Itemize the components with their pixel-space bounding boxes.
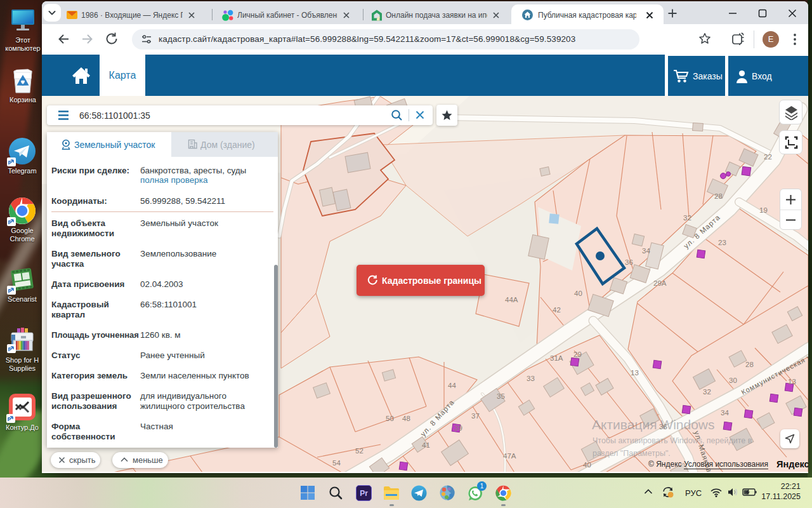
svg-text:32: 32 <box>703 388 711 396</box>
svg-text:32: 32 <box>683 214 691 222</box>
svg-text:40: 40 <box>583 461 591 469</box>
svg-text:35: 35 <box>497 392 505 400</box>
svg-text:34: 34 <box>721 409 729 417</box>
svg-text:23: 23 <box>718 239 726 246</box>
svg-text:42: 42 <box>553 306 561 314</box>
svg-text:22: 22 <box>764 153 772 161</box>
svg-text:34: 34 <box>642 247 650 255</box>
svg-text:41: 41 <box>422 441 430 449</box>
svg-text:30: 30 <box>729 377 737 384</box>
svg-text:36: 36 <box>625 258 633 266</box>
svg-text:39: 39 <box>454 424 462 432</box>
svg-text:28: 28 <box>714 192 723 200</box>
svg-text:44А: 44А <box>505 296 518 304</box>
svg-text:13: 13 <box>788 378 796 385</box>
svg-text:37: 37 <box>471 412 480 420</box>
svg-text:40: 40 <box>574 290 582 297</box>
svg-text:31А: 31А <box>550 354 563 362</box>
svg-text:29: 29 <box>573 351 582 358</box>
svg-text:50: 50 <box>386 415 394 422</box>
svg-text:13: 13 <box>631 369 639 377</box>
svg-text:52: 52 <box>355 447 363 455</box>
svg-text:19: 19 <box>759 206 768 214</box>
svg-text:47А: 47А <box>503 452 516 460</box>
svg-text:44: 44 <box>448 382 456 389</box>
svg-text:33: 33 <box>527 375 535 382</box>
svg-text:48: 48 <box>402 415 410 422</box>
svg-text:28: 28 <box>745 361 754 368</box>
svg-text:54: 54 <box>332 459 341 467</box>
svg-text:29А: 29А <box>653 279 667 287</box>
